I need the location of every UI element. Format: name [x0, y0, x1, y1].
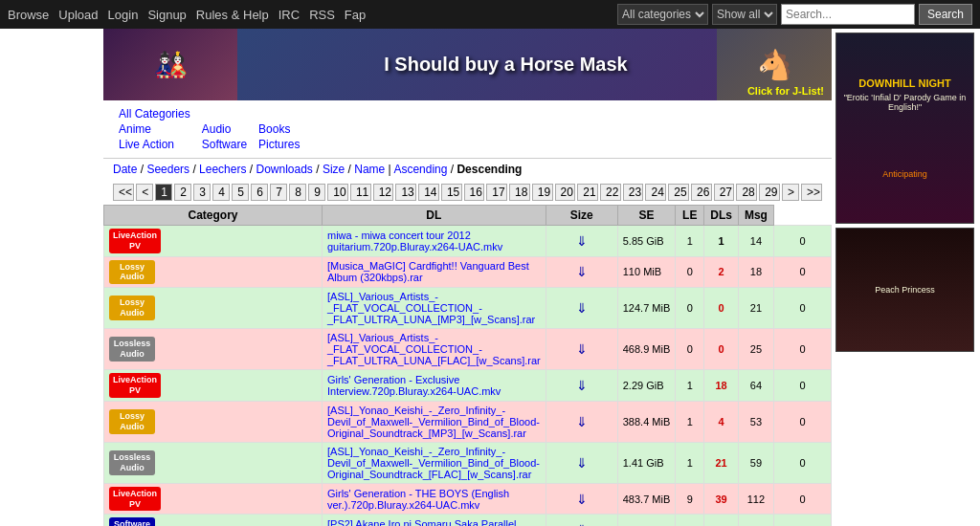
cell-dl[interactable]: ⇓ [546, 256, 617, 288]
cell-name: [ASL]_Various_Artists_-_FLAT_VOCAL_COLLE… [323, 329, 546, 370]
page-btn-14[interactable]: 14 [418, 184, 439, 201]
cell-dl[interactable]: ⇓ [546, 401, 617, 442]
cell-dl[interactable]: ⇓ [546, 288, 617, 329]
cell-dl[interactable]: ⇓ [546, 483, 617, 515]
page-btn-27[interactable]: 27 [714, 184, 735, 201]
banner[interactable]: 🎎 I Should buy a Horse Mask 🐴 Click for … [103, 29, 832, 100]
cat-software[interactable]: Software [202, 138, 247, 151]
search-button[interactable]: Search [919, 4, 972, 25]
page-btn-22[interactable]: 22 [600, 184, 621, 201]
page-btn->[interactable]: > [782, 184, 799, 201]
nav-upload[interactable]: Upload [58, 8, 98, 22]
page-btn-8[interactable]: 8 [289, 184, 306, 201]
torrent-link[interactable]: miwa - miwa concert tour 2012 guitarium.… [327, 230, 502, 252]
page-btn-20[interactable]: 20 [555, 184, 576, 201]
sidebar-ad-2[interactable]: Peach Princess [835, 228, 974, 352]
page-btn-26[interactable]: 26 [691, 184, 712, 201]
page-btn-9[interactable]: 9 [308, 184, 325, 201]
download-icon[interactable]: ⇓ [576, 300, 588, 316]
page-btn-7[interactable]: 7 [270, 184, 287, 201]
torrent-link[interactable]: [ASL]_Yonao_Keishi_-_Zero_Infinity_-Devi… [327, 446, 540, 480]
filter-downloads[interactable]: Downloads [256, 163, 312, 176]
page-btn->>[interactable]: >> [801, 184, 822, 201]
torrent-link[interactable]: [ASL]_Various_Artists_-_FLAT_VOCAL_COLLE… [327, 291, 535, 325]
cat-all[interactable]: All Categories [119, 107, 190, 121]
download-icon[interactable]: ⇓ [576, 492, 588, 507]
page-btn-21[interactable]: 21 [577, 184, 598, 201]
page-btn-28[interactable]: 28 [736, 184, 757, 201]
filter-descending-active: Descending [457, 163, 522, 176]
filter-date[interactable]: Date [113, 163, 137, 176]
page-btn-16[interactable]: 16 [464, 184, 485, 201]
download-icon[interactable]: ⇓ [576, 522, 588, 526]
search-input[interactable] [781, 4, 915, 25]
nav-browse[interactable]: Browse [8, 8, 49, 22]
page-btn-1[interactable]: 1 [155, 184, 172, 201]
table-row: LossyAudio[Musica_MaGIC] Cardfight!! Van… [104, 256, 832, 288]
filter-ascending[interactable]: Ascending [393, 163, 447, 176]
page-btn-11[interactable]: 11 [350, 184, 371, 201]
cell-dl[interactable]: ⇓ [546, 370, 617, 402]
torrent-link[interactable]: Girls' Generation - THE BOYS (English ve… [327, 488, 509, 511]
nav-signup[interactable]: Signup [147, 8, 186, 22]
page-btn-15[interactable]: 15 [441, 184, 462, 201]
right-sidebar: DOWNHILL NIGHT "Erotic 'Infial D' Parody… [832, 29, 980, 526]
page-btn-5[interactable]: 5 [232, 184, 249, 201]
download-icon[interactable]: ⇓ [576, 233, 588, 249]
cell-seeders: 0 [676, 288, 704, 329]
cat-pictures[interactable]: Pictures [258, 138, 300, 151]
page-btn-6[interactable]: 6 [251, 184, 268, 201]
torrent-link[interactable]: [ASL]_Various_Artists_-_FLAT_VOCAL_COLLE… [327, 332, 541, 366]
cell-dl[interactable]: ⇓ [546, 515, 617, 526]
nav-login[interactable]: Login [108, 8, 139, 22]
page-btn-2[interactable]: 2 [174, 184, 191, 201]
cell-dl[interactable]: ⇓ [546, 442, 617, 483]
cell-name: [ASL]_Yonao_Keishi_-_Zero_Infinity_-Devi… [323, 401, 546, 442]
download-icon[interactable]: ⇓ [576, 341, 588, 357]
page-btn-3[interactable]: 3 [193, 184, 211, 201]
nav-rules[interactable]: Rules & Help [196, 8, 269, 22]
cell-seeders: 1 [676, 515, 704, 526]
page-btn-25[interactable]: 25 [668, 184, 689, 201]
page-btn-19[interactable]: 19 [532, 184, 553, 201]
filter-leechers[interactable]: Leechers [199, 163, 246, 176]
filter-name[interactable]: Name [354, 163, 385, 176]
cell-name: Girls' Generation - Exclusive Interview.… [323, 370, 546, 402]
download-icon[interactable]: ⇓ [576, 414, 588, 429]
cat-anime[interactable]: Anime [119, 122, 151, 136]
category-badge: LosslessAudio [109, 450, 155, 475]
filter-seeders[interactable]: Seeders [146, 163, 189, 176]
cat-liveaction[interactable]: Live Action [119, 138, 174, 151]
page-btn-23[interactable]: 23 [623, 184, 644, 201]
nav-irc[interactable]: IRC [278, 8, 300, 22]
sidebar-ad-1[interactable]: DOWNHILL NIGHT "Erotic 'Infial D' Parody… [835, 33, 974, 224]
torrent-link[interactable]: [PS2] Akane Iro ni Somaru Saka Parallel … [327, 518, 517, 526]
page-btn-4[interactable]: 4 [212, 184, 230, 201]
nav-rss[interactable]: RSS [309, 8, 335, 22]
cell-dl[interactable]: ⇓ [546, 226, 617, 257]
nav-fap[interactable]: Fap [345, 8, 366, 22]
torrent-link[interactable]: Girls' Generation - Exclusive Interview.… [327, 374, 501, 397]
page-btn-<<[interactable]: << [113, 184, 134, 201]
page-btn-24[interactable]: 24 [645, 184, 666, 201]
page-btn-17[interactable]: 17 [486, 184, 507, 201]
cell-leechers: 0 [704, 329, 739, 370]
page-btn-13[interactable]: 13 [395, 184, 416, 201]
page-btn-18[interactable]: 18 [509, 184, 530, 201]
page-btn-<[interactable]: < [136, 184, 153, 201]
download-icon[interactable]: ⇓ [576, 455, 588, 471]
page-btn-29[interactable]: 29 [759, 184, 780, 201]
show-select[interactable]: Show all [712, 4, 777, 25]
filter-size[interactable]: Size [323, 163, 345, 176]
cell-dl[interactable]: ⇓ [546, 329, 617, 370]
page-btn-10[interactable]: 10 [327, 184, 348, 201]
torrent-link[interactable]: [ASL]_Yonao_Keishi_-_Zero_Infinity_-Devi… [327, 405, 540, 439]
cat-audio[interactable]: Audio [202, 122, 232, 136]
download-icon[interactable]: ⇓ [576, 264, 588, 279]
cat-books[interactable]: Books [258, 122, 290, 136]
download-icon[interactable]: ⇓ [576, 378, 588, 393]
category-badge: LiveActionPV [109, 373, 161, 398]
category-select[interactable]: All categories Anime Audio Live Action S… [617, 4, 708, 25]
page-btn-12[interactable]: 12 [373, 184, 394, 201]
torrent-link[interactable]: [Musica_MaGIC] Cardfight!! Vanguard Best… [327, 260, 529, 283]
